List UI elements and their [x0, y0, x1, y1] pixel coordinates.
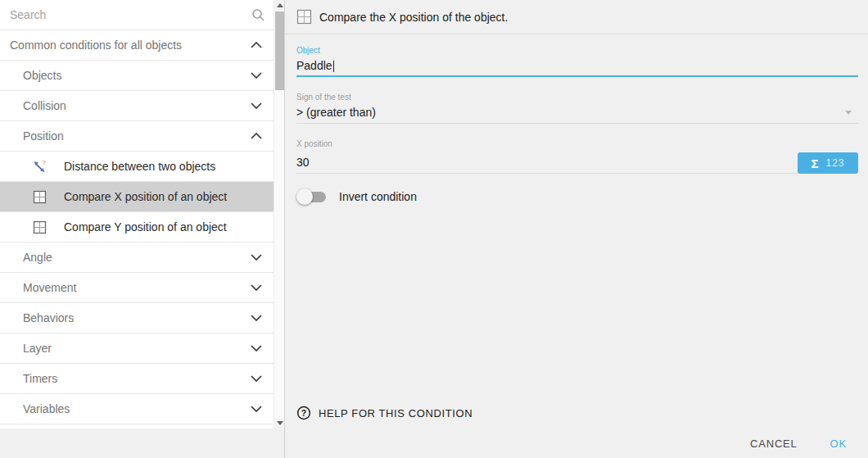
sidebar-item-position[interactable]: Position: [0, 121, 274, 152]
search-input[interactable]: [10, 8, 251, 21]
dropdown-caret-icon: [845, 111, 852, 115]
invert-condition-row: Invert condition: [296, 187, 858, 206]
sign-selected-value: > (greater than): [296, 106, 376, 119]
help-label: HELP FOR THIS CONDITION: [319, 407, 472, 419]
toggle-knob: [296, 188, 313, 205]
x-position-value: 30: [296, 156, 310, 169]
chevron-down-icon: [251, 254, 262, 261]
sidebar-item-label: Common conditions for all objects: [10, 39, 251, 52]
sidebar-item-angle[interactable]: Angle: [0, 243, 274, 273]
condition-header: Compare the X position of the object.: [285, 0, 868, 34]
sidebar-item-label: Distance between two objects: [49, 160, 274, 173]
object-field: Object Paddle: [296, 46, 858, 77]
chevron-down-icon: [251, 284, 262, 291]
sidebar-item-timers[interactable]: Timers: [0, 364, 274, 394]
search-bar: [0, 0, 274, 30]
sidebar-scrollbar[interactable]: [274, 0, 284, 429]
chevron-down-icon: [251, 375, 262, 382]
cancel-button[interactable]: CANCEL: [748, 434, 799, 453]
sidebar-item-label: Layer: [23, 342, 251, 355]
expression-editor-button[interactable]: Σ 123: [798, 152, 858, 174]
sidebar-item-label: Angle: [23, 251, 251, 264]
condition-form: Object Paddle Sign of the test > (greate…: [285, 34, 868, 206]
sidebar-item-variables[interactable]: Variables: [0, 394, 274, 424]
sidebar-item-objects[interactable]: Objects: [0, 61, 274, 91]
sidebar-item-label: Objects: [23, 69, 251, 82]
chevron-up-icon: [251, 42, 262, 48]
svg-text:?: ?: [43, 159, 46, 166]
sign-select[interactable]: > (greater than): [296, 106, 858, 124]
sidebar-item-movement[interactable]: Movement: [0, 273, 274, 303]
sign-field-label: Sign of the test: [296, 93, 858, 102]
sidebar-item-distance-between-two-objects[interactable]: ? Distance between two objects: [0, 152, 274, 182]
sidebar-item-label: Variables: [23, 402, 251, 415]
chevron-down-icon: [251, 102, 262, 109]
sidebar-item-collision[interactable]: Collision: [0, 91, 274, 121]
text-cursor: [333, 61, 334, 72]
x-position-input[interactable]: 30: [296, 156, 798, 174]
object-field-value: Paddle: [296, 59, 332, 72]
sign-field: Sign of the test > (greater than): [296, 93, 858, 124]
sidebar-item-common-conditions[interactable]: Common conditions for all objects: [0, 30, 274, 61]
sidebar-item-label: Behaviors: [23, 311, 251, 324]
chevron-down-icon: [251, 406, 262, 412]
ok-button[interactable]: OK: [829, 434, 848, 453]
sidebar-item-label: Collision: [23, 99, 251, 112]
compare-position-icon: [29, 190, 49, 204]
x-position-field: X position 30 Σ 123: [296, 139, 858, 174]
sidebar-item-label: Compare Y position of an object: [49, 220, 274, 234]
scrollbar-thumb[interactable]: [275, 11, 284, 90]
conditions-sidebar: Common conditions for all objects Object…: [0, 0, 274, 429]
panel-spacer: [285, 206, 868, 401]
object-field-label: Object: [296, 46, 858, 55]
condition-title: Compare the X position of the object.: [319, 11, 508, 24]
svg-text:?: ?: [301, 408, 306, 418]
invert-condition-toggle[interactable]: [296, 188, 328, 205]
sidebar-item-label: Movement: [23, 281, 251, 294]
x-position-field-label: X position: [296, 139, 858, 148]
compare-position-icon: [296, 9, 312, 25]
numbers-icon: 123: [825, 157, 844, 169]
help-icon: ?: [296, 406, 311, 420]
sidebar-item-compare-x-position[interactable]: Compare X position of an object: [0, 182, 274, 212]
chevron-down-icon: [251, 315, 262, 321]
invert-condition-label: Invert condition: [339, 190, 417, 203]
search-icon: [251, 8, 265, 22]
sidebar-item-label: Timers: [23, 372, 251, 385]
sigma-icon: Σ: [811, 156, 818, 170]
compare-position-icon: [29, 220, 49, 234]
sidebar-item-compare-y-position[interactable]: Compare Y position of an object: [0, 212, 274, 243]
chevron-up-icon: [251, 133, 262, 139]
distance-icon: ?: [29, 159, 49, 174]
object-field-input[interactable]: Paddle: [296, 59, 858, 77]
sidebar-item-behaviors[interactable]: Behaviors: [0, 303, 274, 333]
help-link[interactable]: ? HELP FOR THIS CONDITION: [285, 401, 868, 425]
sidebar-item-label: Position: [23, 129, 251, 143]
dialog-footer: CANCEL OK: [285, 429, 868, 458]
chevron-down-icon: [251, 72, 262, 79]
chevron-down-icon: [251, 345, 262, 351]
sidebar-item-layer[interactable]: Layer: [0, 333, 274, 364]
sidebar-item-label: Compare X position of an object: [49, 190, 274, 203]
condition-editor-panel: Compare the X position of the object. Ob…: [284, 0, 868, 458]
